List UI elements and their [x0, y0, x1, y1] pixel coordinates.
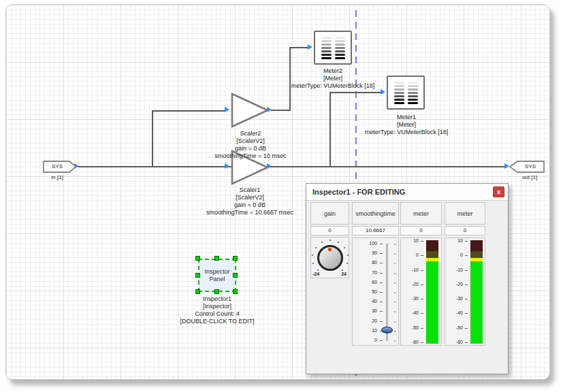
gain-knob[interactable]	[317, 245, 343, 271]
gain-knob-panel: -24 24	[310, 237, 349, 278]
wire-to-meter2	[289, 47, 308, 48]
gain-header: gain	[310, 202, 349, 225]
smoothingtime-value: 10.6667	[352, 226, 399, 235]
selection-handle[interactable]	[233, 273, 238, 278]
meter-scale-label: -10	[401, 267, 419, 273]
meter1-block[interactable]	[387, 76, 425, 110]
slider-tick-label: 90	[353, 250, 377, 256]
smoothingtime-column: smoothingtime 10.6667 100 90 80 70 60 50…	[352, 202, 399, 344]
meter-display-panel: 10 0 -10 -20 -30 -40 -50 -60	[445, 238, 485, 346]
block-param: gain = 0 dB	[195, 145, 306, 152]
knob-indicator-dot	[328, 248, 332, 251]
meter-scale-label: 10	[401, 238, 419, 244]
gain-value: 0	[310, 226, 349, 235]
meter-scale-label: -60	[401, 340, 419, 345]
inspector-panel-block[interactable]: Inspector Panel	[198, 259, 236, 292]
vu-meter-icon	[408, 82, 418, 104]
selection-handle[interactable]	[233, 289, 238, 294]
sys-out-port-label: out [1]	[513, 174, 546, 180]
inspector-panel-label: Inspector Panel	[199, 268, 235, 283]
gain-column: gain 0 -24 24	[310, 202, 349, 277]
vu-meter-icon	[321, 37, 332, 59]
scaler1-labels: Scaler1 [ScalerV2] gain = 0 dB smoothing…	[195, 186, 305, 216]
block-param: [DOUBLE-CLICK TO EDIT]	[176, 318, 258, 325]
meter-scale-label: -20	[445, 282, 463, 287]
sys-in-label: SYS	[43, 163, 71, 169]
wire-scaler2-out-h	[271, 110, 290, 111]
meter-scale-label: 0	[401, 252, 419, 258]
port-arrow-icon	[308, 44, 312, 50]
meter2-labels: Meter2 [Meter] meterType: VUMeterBlock […	[278, 67, 387, 90]
smoothingtime-header: smoothingtime	[352, 202, 399, 225]
meter-scale-label: -50	[401, 325, 419, 331]
vu-meter-icon	[335, 37, 345, 59]
meter-value: 0	[400, 226, 442, 235]
smoothingtime-slider-panel: 100 90 80 70 60 50 40 30 20 10 0	[352, 238, 399, 346]
selection-handle[interactable]	[195, 273, 200, 278]
window-titlebar[interactable]: Inspector1 - FOR EDITING	[306, 184, 508, 201]
sys-in-port-label: in [1]	[42, 174, 73, 180]
meter-scale-label: -30	[401, 296, 419, 301]
vu-meter-bar	[470, 240, 483, 344]
meter-column-b: meter 0 10 0 -10 -20 -30 -40 -50 -60	[445, 202, 485, 344]
meter-header: meter	[445, 202, 485, 225]
wire-branch-scaler2-v	[152, 111, 153, 167]
slider-tick-label: 30	[353, 308, 377, 314]
wire-main	[78, 166, 507, 167]
meter-scale-label: -30	[445, 296, 463, 301]
port-arrow-icon	[381, 89, 385, 95]
meter-value: 0	[445, 226, 485, 235]
selection-handle[interactable]	[214, 289, 219, 294]
block-param: smoothingTime = 10.6667 msec	[195, 209, 305, 216]
scaler2-labels: Scaler2 [ScalerV2] gain = 0 dB smoothing…	[195, 130, 306, 160]
meter-scale-label: -50	[445, 325, 463, 331]
block-param: meterType: VUMeterBlock [18]	[352, 129, 461, 136]
meter-scale-label: -60	[445, 340, 463, 345]
port-arrow-icon	[225, 107, 229, 112]
slider-tick-label: 10	[353, 328, 377, 333]
close-icon: x	[497, 189, 500, 195]
sys-out-label: SYS	[517, 163, 544, 169]
window-title: Inspector1 - FOR EDITING	[312, 184, 405, 201]
block-param: smoothingTime = 10 msec	[195, 152, 306, 160]
meter-scale-label: -10	[445, 267, 463, 273]
block-type: [Meter]	[352, 121, 461, 129]
block-type: [Inspector]	[176, 303, 258, 310]
block-name: Meter1	[352, 114, 461, 121]
meter-column-a: meter 0 10 0 -10 -20 -30 -40 -50 -60	[400, 202, 442, 344]
scaler2-block[interactable]	[231, 93, 269, 128]
meter2-block[interactable]	[314, 31, 352, 65]
knob-max-label: 24	[341, 272, 347, 276]
meter-display-panel: 10 0 -10 -20 -30 -40 -50 -60	[400, 238, 442, 346]
block-type: [Meter]	[278, 75, 387, 82]
selection-handle[interactable]	[195, 256, 200, 261]
block-name: Meter2	[278, 67, 387, 75]
slider-tick-label: 40	[353, 299, 377, 304]
slider-tick-label: 50	[353, 289, 377, 295]
wire-to-meter1	[329, 92, 381, 93]
wire-branch-scaler2-h	[152, 110, 225, 112]
vu-meter-icon	[394, 82, 404, 104]
close-button[interactable]: x	[493, 186, 504, 197]
selection-handle[interactable]	[233, 256, 238, 261]
port-arrow-icon	[225, 163, 229, 169]
meter-scale-label: 10	[445, 238, 463, 244]
slider-tick-label: 60	[353, 280, 377, 285]
block-param: Control Count: 4	[176, 310, 258, 318]
selection-handle[interactable]	[195, 289, 200, 294]
schematic-canvas[interactable]: SYS in [1] SYS out [1] Scaler2 [ScalerV2…	[5, 4, 550, 380]
slider-tick-label: 70	[353, 270, 377, 276]
inspector-block-labels: Inspector1 [Inspector] Control Count: 4 …	[176, 295, 258, 325]
meter-scale-label: -40	[445, 310, 463, 316]
block-type: [ScalerV2]	[195, 194, 305, 201]
slider-tick-label: 20	[353, 318, 377, 324]
knob-min-label: -24	[312, 272, 319, 276]
slider-tick-label: 100	[353, 241, 377, 246]
selection-handle[interactable]	[214, 256, 219, 261]
block-name: Inspector1	[176, 295, 258, 303]
block-type: [ScalerV2]	[195, 137, 306, 145]
design-canvas-screenshot: SYS in [1] SYS out [1] Scaler2 [ScalerV2…	[0, 0, 563, 392]
meter-scale-label: -20	[401, 282, 419, 287]
meter1-labels: Meter1 [Meter] meterType: VUMeterBlock […	[352, 114, 461, 136]
slider-thumb[interactable]	[381, 327, 393, 333]
